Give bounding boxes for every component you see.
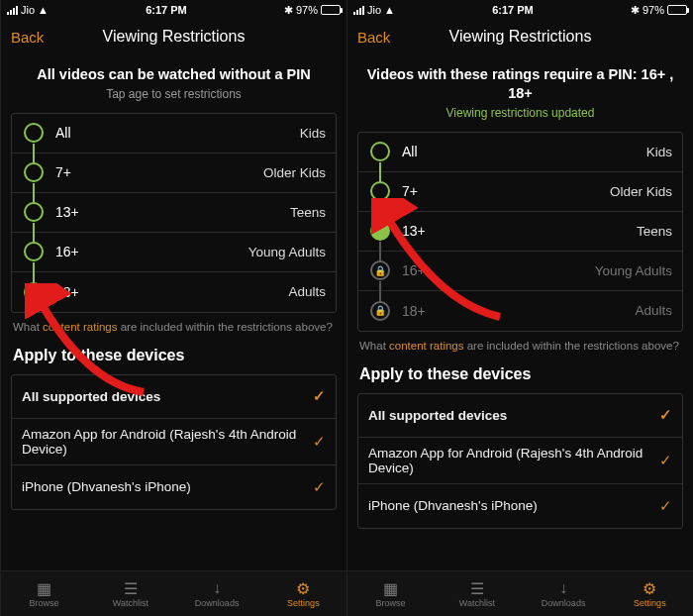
age-label: All [402,144,418,159]
device-row-all[interactable]: All supported devices ✓ [12,375,336,419]
check-icon: ✓ [313,387,326,405]
heading-sub: Viewing restrictions updated [361,106,679,120]
rating-row-16[interactable]: 16+ Young Adults [12,233,336,272]
node-icon-selected [24,282,44,302]
carrier-label: Jio [367,4,381,16]
nav-header: Back Viewing Restrictions [1,18,346,55]
device-row[interactable]: iPhone (Dhvanesh's iPhone) ✓ [358,484,682,528]
rating-row-18[interactable]: 18+ Adults [12,272,336,312]
rating-row-16[interactable]: 🔒 16+ Young Adults [358,252,682,291]
battery-pct: 97% [296,4,318,16]
grid-icon: ▦ [37,579,51,597]
heading-sub: Tap age to set restrictions [15,87,333,101]
tab-downloads[interactable]: ↓Downloads [521,571,607,616]
age-label: 13+ [402,223,426,239]
back-button[interactable]: Back [11,29,44,46]
rating-row-all[interactable]: All Kids [12,114,336,154]
check-icon: ✓ [313,478,326,496]
devices-title: Apply to these devices [11,345,337,374]
list-icon: ☰ [124,579,138,597]
status-bar: Jio ▲ 6:17 PM ✱ 97% [1,0,346,18]
wifi-icon: ▲ [384,4,395,16]
node-icon [370,142,390,161]
page-title: Viewing Restrictions [347,28,693,46]
device-row[interactable]: Amazon App for Android (Rajesh's 4th And… [12,419,336,465]
wifi-icon: ▲ [38,4,49,16]
content-ratings-link[interactable]: What content ratings are included within… [357,332,683,363]
lock-icon: 🔒 [370,260,390,280]
category-label: Young Adults [595,263,672,278]
tab-bar: ▦Browse ☰Watchlist ↓Downloads ⚙Settings [1,570,346,616]
screen-right: Jio ▲ 6:17 PM ✱ 97% Back Viewing Restric… [346,0,693,616]
heading-main: Videos with these ratings require a PIN:… [361,65,679,103]
status-time: 6:17 PM [146,4,187,16]
nav-header: Back Viewing Restrictions [347,18,693,55]
node-icon [24,202,44,222]
devices-list: All supported devices ✓ Amazon App for A… [357,393,683,529]
check-icon: ✓ [659,497,672,515]
node-icon [24,242,44,261]
tab-bar: ▦Browse ☰Watchlist ↓Downloads ⚙Settings [347,570,693,616]
lock-icon: 🔒 [370,301,390,321]
rating-row-13[interactable]: 13+ Teens [358,212,682,252]
devices-list: All supported devices ✓ Amazon App for A… [11,374,337,510]
age-label: 7+ [55,164,71,180]
device-row[interactable]: iPhone (Dhvanesh's iPhone) ✓ [12,465,336,509]
check-icon: ✓ [659,452,672,469]
device-row[interactable]: Amazon App for Android (Rajesh's 4th And… [358,438,682,484]
node-icon [24,123,44,143]
tab-settings[interactable]: ⚙Settings [607,571,693,616]
carrier-label: Jio [21,4,35,16]
tab-watchlist[interactable]: ☰Watchlist [87,571,173,616]
category-label: Adults [635,303,672,318]
rating-row-7[interactable]: 7+ Older Kids [12,154,336,193]
category-label: Young Adults [248,245,326,259]
category-label: Kids [646,145,672,159]
age-label: 7+ [402,183,418,199]
status-time: 6:17 PM [492,4,534,16]
age-label: 16+ [55,244,79,259]
tab-settings[interactable]: ⚙Settings [260,571,346,616]
gear-icon: ⚙ [643,579,656,597]
age-label: 13+ [55,204,79,220]
battery-icon [321,5,341,15]
tab-watchlist[interactable]: ☰Watchlist [434,571,520,616]
back-button[interactable]: Back [357,29,390,46]
rating-row-7[interactable]: 7+ Older Kids [358,172,682,212]
rating-row-13[interactable]: 13+ Teens [12,193,336,233]
check-icon: ✓ [659,406,672,424]
status-bar: Jio ▲ 6:17 PM ✱ 97% [347,0,693,18]
age-label: 16+ [402,262,426,278]
gear-icon: ⚙ [296,579,310,597]
category-label: Teens [290,205,326,220]
tab-browse[interactable]: ▦Browse [1,571,87,616]
battery-pct: 97% [643,4,664,16]
heading-main: All videos can be watched without a PIN [15,65,333,84]
bluetooth-icon: ✱ [631,4,640,17]
device-row-all[interactable]: All supported devices ✓ [358,394,682,438]
age-label: All [55,125,71,141]
tab-downloads[interactable]: ↓Downloads [174,571,260,616]
category-label: Kids [300,126,326,141]
category-label: Adults [288,284,326,299]
check-icon: ✓ [313,433,326,451]
signal-icon [353,6,364,15]
age-label: 18+ [55,284,79,300]
age-label: 18+ [402,303,426,319]
tab-browse[interactable]: ▦Browse [347,571,434,616]
devices-title: Apply to these devices [357,363,683,393]
node-icon-selected [370,221,390,241]
category-label: Teens [637,224,672,239]
signal-icon [7,6,18,15]
category-label: Older Kids [610,184,672,199]
ratings-list: All Kids 7+ Older Kids 13+ Teens 🔒 16+ Y… [357,132,683,332]
list-icon: ☰ [470,579,484,597]
ratings-list: All Kids 7+ Older Kids 13+ Teens 16+ You… [11,113,337,313]
node-icon [370,181,390,201]
rating-row-18[interactable]: 🔒 18+ Adults [358,291,682,331]
content-ratings-link[interactable]: What content ratings are included within… [11,313,337,345]
download-icon: ↓ [213,579,221,597]
rating-row-all[interactable]: All Kids [358,133,682,172]
grid-icon: ▦ [383,579,398,597]
battery-icon [667,5,687,15]
